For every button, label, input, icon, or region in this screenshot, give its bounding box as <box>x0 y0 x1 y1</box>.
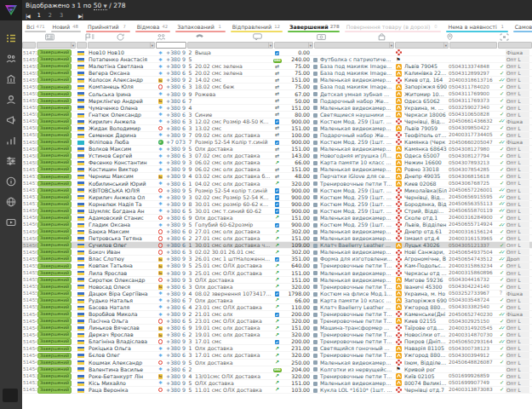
product-name: Тренировочные петли TRX Train <box>319 352 393 358</box>
sidebar-globe-icon[interactable] <box>6 196 17 207</box>
dropdown-icon[interactable]: ▾ <box>71 43 75 48</box>
status-tab[interactable]: Самовивіз2 <box>511 20 532 32</box>
product-icon <box>312 70 319 76</box>
page-size-dropdown[interactable]: 50 ▼ <box>94 2 107 10</box>
product-name: Подарочный набор Жемчужина <box>319 98 393 104</box>
client-name: Деркач Ярослав <box>88 331 156 337</box>
column-status-icon[interactable] <box>77 32 102 41</box>
flag-ua-icon <box>77 92 84 96</box>
filter-phone-input[interactable] <box>156 42 186 49</box>
filter-id[interactable] <box>22 42 36 49</box>
filter-product[interactable]: ▾ <box>314 42 394 49</box>
status-tab[interactable]: Повернення товару (в дорозі)0 <box>342 20 444 32</box>
delivery-city: 80074 Великі М <box>403 380 448 386</box>
status-tab[interactable]: Відмова42 <box>133 20 174 32</box>
sidebar-orders-icon[interactable] <box>6 32 17 43</box>
product-icon <box>312 228 319 234</box>
status-tab[interactable]: Новий48 <box>49 20 83 32</box>
source-star-icon: ∗ <box>158 290 163 297</box>
caret-down-icon: ▼ <box>104 3 107 9</box>
column-source-icon[interactable] <box>102 32 138 41</box>
client-phone: +380 9 <box>165 56 186 62</box>
sidebar-video-icon[interactable] <box>6 216 17 228</box>
status-tab[interactable]: Відправлений12 <box>228 20 285 32</box>
flag-ua-icon <box>77 85 84 89</box>
flag-ua-icon <box>77 210 84 214</box>
column-delivery-icon[interactable] <box>422 32 477 41</box>
country-flag-icon <box>77 208 88 214</box>
country-flag-icon <box>77 84 88 89</box>
filter-country[interactable] <box>77 42 87 49</box>
app-logo[interactable] <box>0 0 22 20</box>
sidebar-stats-icon[interactable] <box>6 135 17 146</box>
dropdown-icon[interactable]: ▾ <box>389 43 393 48</box>
sidebar-bank-icon[interactable] <box>6 73 17 84</box>
sidebar-clients-icon[interactable] <box>6 53 17 64</box>
product-icon <box>312 338 319 344</box>
product-box-icon <box>313 333 317 337</box>
order-id: 514576 <box>22 181 37 186</box>
filter-amount[interactable]: ▾ <box>274 42 313 49</box>
sales-channel: Опт L <box>506 105 529 111</box>
order-note: Олх доставка <box>194 215 272 221</box>
sales-channel: Опт L <box>506 166 529 172</box>
page-number-button[interactable]: 1 <box>37 12 41 19</box>
source-star-icon: ∗ <box>158 153 163 159</box>
dropdown-icon[interactable]: ▾ <box>150 43 154 48</box>
tab-label: Нема в наявності <box>448 24 496 30</box>
product-box-icon <box>313 106 317 110</box>
client-phone: +380 9 <box>165 63 186 69</box>
novaposhta-icon <box>393 118 403 124</box>
tracking-number: 0501699907749 <box>448 380 496 385</box>
filter-client[interactable]: ▾ <box>88 42 155 49</box>
filter-comment[interactable]: ▾ <box>187 42 273 49</box>
column-payment-icon[interactable] <box>301 32 341 41</box>
product-name: Маленькая видеокамера SQ8 * <box>319 105 393 111</box>
column-order-icon[interactable] <box>22 32 77 41</box>
tab-count: 1 <box>216 24 224 29</box>
country-flag-icon <box>77 256 88 262</box>
dropdown-icon[interactable]: ▾ <box>308 43 312 48</box>
page-number-button[interactable]: 3 <box>60 12 63 19</box>
client-name: Фесенко Константин <box>88 159 156 165</box>
sidebar-payouts-icon[interactable] <box>6 94 17 105</box>
last-page-button[interactable]: ▶| <box>78 13 83 19</box>
order-amount: 67.00 <box>282 91 312 97</box>
tab-count: 471 <box>37 24 44 29</box>
column-tracking-icon[interactable] <box>477 32 532 41</box>
order-row[interactable]: 514537ЗавершенийРаца Вероніка+380 9511.0… <box>22 387 532 394</box>
country-flag-icon <box>77 112 88 118</box>
sidebar-footer[interactable] <box>3 389 18 402</box>
status-tab[interactable]: Завершений278 <box>285 20 342 32</box>
status-tab[interactable]: Запакований1 <box>173 20 227 32</box>
country-flag-icon <box>77 270 88 276</box>
status-tab[interactable]: Всі471 <box>22 20 49 32</box>
product-icon <box>312 262 319 268</box>
dropdown-icon[interactable]: ▾ <box>268 43 272 48</box>
filter-city[interactable]: ▾ <box>395 42 449 49</box>
dropdown-icon[interactable]: ▾ <box>443 43 448 48</box>
source-icon <box>156 386 165 393</box>
product-name: Светящиеся наушники Glow *10 <box>319 112 393 118</box>
status-tab[interactable]: Нема в наявності1 <box>443 20 510 32</box>
tracking-number: 0504311769373 <box>448 98 496 103</box>
orders-table: 514716ЗавершенийНов10 Нов10∗+380 92Выща⇄… <box>22 49 532 394</box>
column-comment-icon[interactable] <box>214 32 301 41</box>
payment-icon: ↗ <box>272 262 282 269</box>
first-page-button[interactable]: |◀ <box>26 13 30 19</box>
column-client-icon[interactable] <box>138 32 185 41</box>
sidebar-info-icon[interactable] <box>6 176 17 187</box>
tab-count: 1 <box>499 24 506 29</box>
status-tab[interactable]: Прийнятий7 <box>83 20 133 32</box>
product-name: Тренировочные петли TRX Train <box>319 331 393 337</box>
sidebar-settings-icon[interactable] <box>6 155 17 166</box>
page-number-button[interactable]: 2 <box>49 12 52 19</box>
novaposhta-icon <box>393 311 403 318</box>
sidebar-campaigns-icon[interactable] <box>6 114 17 125</box>
column-product-icon[interactable] <box>341 32 422 41</box>
column-phone-icon[interactable] <box>185 32 214 41</box>
filter-tracking[interactable] <box>449 42 497 49</box>
order-id: 514590 <box>22 112 37 117</box>
filter-channel[interactable] <box>498 42 532 49</box>
filter-status[interactable]: ▾ <box>37 42 76 49</box>
